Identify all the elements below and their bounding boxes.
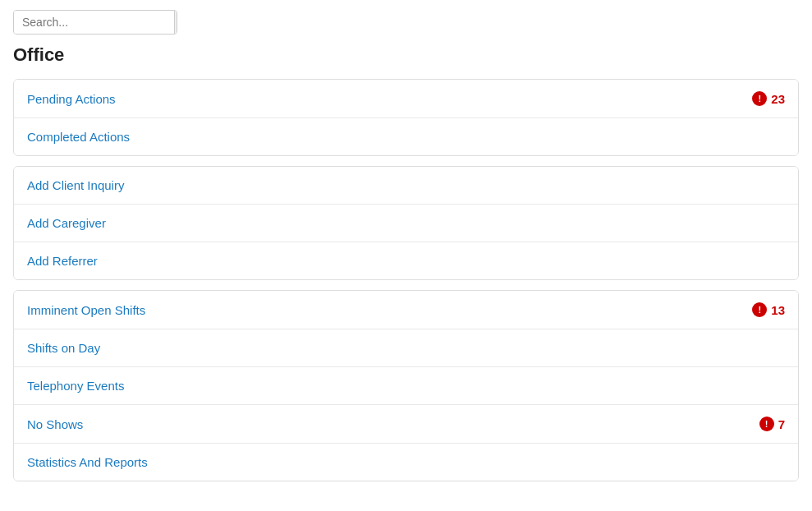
page-title: Office — [13, 44, 799, 66]
imminent-open-shifts-alert-icon: ! — [752, 302, 767, 317]
add-referrer-label: Add Referrer — [27, 254, 98, 268]
group-shifts: Imminent Open Shifts!13Shifts on DayTele… — [13, 290, 799, 481]
imminent-open-shifts-label: Imminent Open Shifts — [27, 303, 145, 317]
pending-actions-badge-wrapper: !23 — [752, 91, 785, 106]
no-shows-alert-icon: ! — [759, 417, 774, 431]
telephony-events-label: Telephony Events — [27, 379, 124, 393]
no-shows[interactable]: No Shows!7 — [14, 405, 798, 444]
pending-actions-label: Pending Actions — [27, 92, 116, 106]
search-input[interactable] — [14, 11, 174, 34]
group-add: Add Client InquiryAdd CaregiverAdd Refer… — [13, 166, 799, 280]
completed-actions-label: Completed Actions — [27, 130, 130, 144]
no-shows-badge-count: 7 — [778, 417, 785, 431]
no-shows-label: No Shows — [27, 417, 83, 431]
shifts-on-day[interactable]: Shifts on Day — [14, 329, 798, 367]
top-bar — [0, 0, 812, 44]
statistics-and-reports-label: Statistics And Reports — [27, 455, 148, 469]
add-referrer[interactable]: Add Referrer — [14, 242, 798, 279]
search-wrapper — [13, 10, 177, 35]
pending-actions[interactable]: Pending Actions!23 — [14, 80, 798, 118]
add-client-inquiry-label: Add Client Inquiry — [27, 178, 124, 192]
telephony-events[interactable]: Telephony Events — [14, 367, 798, 405]
page-content: Office Pending Actions!23Completed Actio… — [0, 44, 812, 504]
add-caregiver[interactable]: Add Caregiver — [14, 205, 798, 242]
imminent-open-shifts[interactable]: Imminent Open Shifts!13 — [14, 291, 798, 329]
add-client-inquiry[interactable]: Add Client Inquiry — [14, 167, 798, 205]
menu-groups-container: Pending Actions!23Completed ActionsAdd C… — [13, 79, 799, 481]
imminent-open-shifts-badge-count: 13 — [771, 303, 785, 317]
shifts-on-day-label: Shifts on Day — [27, 341, 100, 355]
completed-actions[interactable]: Completed Actions — [14, 118, 798, 155]
add-caregiver-label: Add Caregiver — [27, 216, 106, 230]
pending-actions-alert-icon: ! — [752, 91, 767, 106]
statistics-and-reports[interactable]: Statistics And Reports — [14, 444, 798, 481]
no-shows-badge-wrapper: !7 — [759, 417, 785, 431]
pending-actions-badge-count: 23 — [771, 92, 785, 106]
group-actions: Pending Actions!23Completed Actions — [13, 79, 799, 156]
imminent-open-shifts-badge-wrapper: !13 — [752, 302, 785, 317]
search-button[interactable] — [174, 11, 177, 34]
